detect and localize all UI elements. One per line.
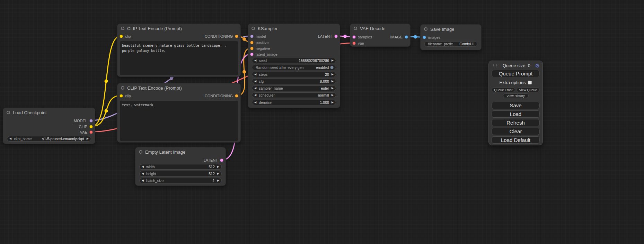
node-load-checkpoint[interactable]: Load Checkpoint MODEL CLIP VAE ckpt_name… [3,108,95,144]
conditioning-input-dot-icon[interactable] [250,41,254,44]
node-title-bar[interactable]: CLIP Text Encode (Prompt) [117,24,240,33]
model-input-dot-icon[interactable] [250,35,254,38]
clip-input-dot-icon[interactable] [120,35,123,38]
increment-arrow-icon[interactable] [217,165,219,168]
widget-steps[interactable]: steps 20 [252,72,336,77]
node-title-bar[interactable]: Empty Latent Image [135,147,226,156]
save-button[interactable]: Save [492,102,540,109]
vae-output-dot-icon[interactable] [89,130,93,134]
settings-gear-icon[interactable] [535,63,540,68]
output-slot-latent[interactable]: LATENT [318,34,338,39]
output-slot-vae[interactable]: VAE [80,129,93,135]
collapse-toggle-icon[interactable] [252,27,255,30]
output-slot-model[interactable]: MODEL [74,118,93,124]
collapse-toggle-icon[interactable] [139,150,142,154]
image-output-dot-icon[interactable] [405,35,408,39]
collapse-toggle-icon[interactable] [354,27,357,30]
refresh-button[interactable]: Refresh [492,119,540,126]
clip-input-dot-icon[interactable] [120,94,123,98]
node-vae-decode[interactable]: VAE Decode samples vae IMAGE [350,24,411,47]
input-slot-samples[interactable]: samples [352,34,372,40]
next-value-arrow-icon[interactable] [87,137,89,140]
input-slot-negative[interactable]: negative [250,46,270,51]
prev-value-arrow-icon[interactable] [9,137,11,140]
widget-width[interactable]: width 512 [139,164,222,170]
input-slot-vae[interactable]: vae [352,40,364,46]
toggle-knob-icon[interactable] [330,66,334,69]
latent-output-dot-icon[interactable] [220,159,223,162]
image-input-dot-icon[interactable] [423,36,426,39]
extra-options-checkbox[interactable] [528,81,532,84]
decrement-arrow-icon[interactable] [254,59,256,62]
decrement-arrow-icon[interactable] [142,165,144,168]
input-slot-model[interactable]: model [250,34,266,39]
latent-output-dot-icon[interactable] [334,35,338,38]
conditioning-output-dot-icon[interactable] [235,35,238,38]
prev-value-arrow-icon[interactable] [254,87,256,90]
widget-seed[interactable]: seed 156680208700286 [252,58,336,63]
increment-arrow-icon[interactable] [332,59,334,62]
node-clip-text-encode-positive[interactable]: CLIP Text Encode (Prompt) clip CONDITION… [117,24,241,77]
widget-denoise[interactable]: denoise 1.000 [252,100,336,105]
output-slot-latent[interactable]: LATENT [204,157,223,163]
node-ksampler[interactable]: KSampler model positive negative latent_… [248,24,340,108]
widget-sampler-name[interactable]: sampler_name euler [252,85,336,91]
input-slot-positive[interactable]: positive [250,40,268,45]
node-title-bar[interactable]: KSampler [248,24,340,33]
output-slot-image[interactable]: IMAGE [390,34,408,40]
widget-filename-prefix[interactable]: filename_prefix ComfyUI [424,41,477,47]
input-slot-clip[interactable]: clip [120,93,131,99]
widget-ckpt-name[interactable]: ckpt_name v1-5-pruned-emaonly.ckpt [7,136,91,142]
collapse-toggle-icon[interactable] [424,27,427,31]
widget-cfg[interactable]: cfg 8.000 [252,79,336,84]
widget-random-seed[interactable]: Random seed after every gen enabled [252,65,336,70]
output-slot-conditioning[interactable]: CONDITIONING [205,93,238,99]
decrement-arrow-icon[interactable] [254,73,256,76]
latent-input-dot-icon[interactable] [352,35,356,39]
output-slot-conditioning[interactable]: CONDITIONING [205,34,238,39]
model-output-dot-icon[interactable] [89,119,93,123]
increment-arrow-icon[interactable] [332,73,334,76]
queue-front-button[interactable]: Queue Front [492,88,515,92]
node-title-bar[interactable]: CLIP Text Encode (Prompt) [117,83,240,92]
graph-canvas[interactable]: Load Checkpoint MODEL CLIP VAE ckpt_name… [0,0,644,244]
widget-batch-size[interactable]: batch_size 1 [139,178,222,183]
view-history-button[interactable]: View History [503,93,529,98]
increment-arrow-icon[interactable] [332,80,334,83]
widget-scheduler[interactable]: scheduler normal [252,92,336,98]
prompt-textarea[interactable]: beautiful scenery nature glass bottle la… [120,41,238,75]
input-slot-clip[interactable]: clip [120,34,131,39]
input-slot-images[interactable]: images [423,35,440,40]
decrement-arrow-icon[interactable] [142,172,144,175]
collapse-toggle-icon[interactable] [121,27,124,30]
load-button[interactable]: Load [492,110,540,118]
node-title-bar[interactable]: Save Image [421,25,481,34]
node-empty-latent-image[interactable]: Empty Latent Image LATENT width 512 heig… [135,147,226,186]
prompt-textarea[interactable]: text, watermark [120,101,238,141]
collapse-toggle-icon[interactable] [7,111,10,114]
drag-handle-icon[interactable] [492,63,498,68]
collapse-toggle-icon[interactable] [121,86,124,90]
conditioning-input-dot-icon[interactable] [250,47,254,50]
node-clip-text-encode-negative[interactable]: CLIP Text Encode (Prompt) clip CONDITION… [117,83,241,143]
node-title-bar[interactable]: VAE Decode [350,24,410,33]
decrement-arrow-icon[interactable] [142,179,144,182]
prev-value-arrow-icon[interactable] [254,94,256,97]
node-title-bar[interactable]: Load Checkpoint [3,108,95,117]
next-value-arrow-icon[interactable] [332,94,334,97]
output-slot-clip[interactable]: CLIP [79,124,93,129]
node-save-image[interactable]: Save Image images filename_prefix ComfyU… [420,24,482,50]
increment-arrow-icon[interactable] [332,101,334,104]
widget-height[interactable]: height 512 [139,171,222,177]
decrement-arrow-icon[interactable] [254,101,256,104]
decrement-arrow-icon[interactable] [254,80,256,83]
view-queue-button[interactable]: View Queue [517,88,540,92]
increment-arrow-icon[interactable] [217,179,219,182]
queue-prompt-button[interactable]: Queue Prompt [492,70,540,77]
next-value-arrow-icon[interactable] [332,87,334,90]
input-slot-latent-image[interactable]: latent_image [250,52,277,57]
clear-button[interactable]: Clear [492,128,540,135]
vae-input-dot-icon[interactable] [352,42,356,45]
load-default-button[interactable]: Load Default [492,136,540,144]
clip-output-dot-icon[interactable] [89,125,93,128]
